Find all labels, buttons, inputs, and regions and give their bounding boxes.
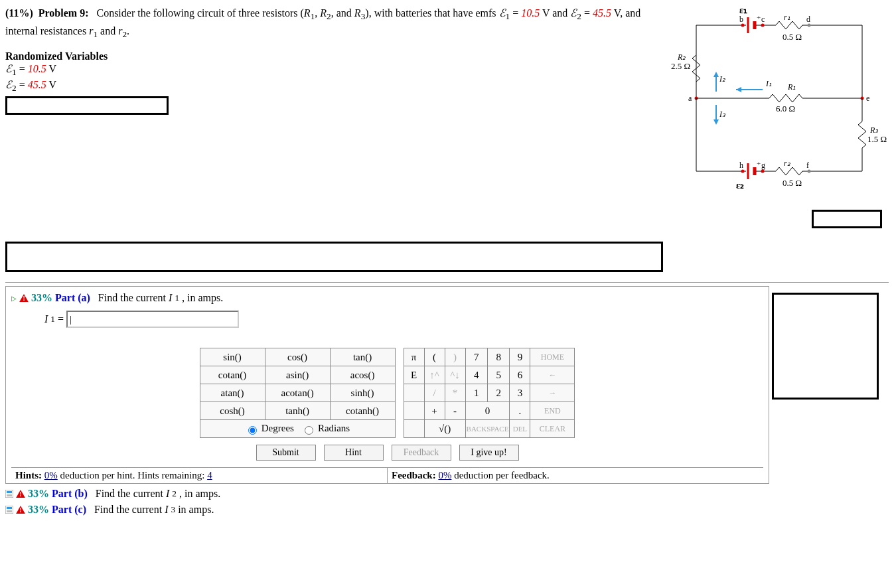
calc-sinh[interactable]: sinh() (330, 384, 395, 402)
calc-div[interactable]: / (424, 384, 445, 402)
calc-atan[interactable]: atan() (200, 384, 265, 402)
svg-text:h: h (739, 161, 743, 170)
calc-lparen[interactable]: ( (424, 348, 445, 366)
collapse-icon (5, 506, 13, 514)
calc-tan[interactable]: tan() (330, 348, 395, 366)
svg-text:!: ! (19, 507, 21, 514)
calc-mul[interactable]: * (445, 384, 465, 402)
svg-text:!: ! (23, 295, 25, 302)
svg-rect-60 (7, 494, 12, 496)
calc-3[interactable]: 3 (510, 384, 530, 402)
mode-radians[interactable]: Radians (301, 423, 350, 433)
expand-icon[interactable]: ▷ (11, 295, 17, 302)
svg-text:+: + (757, 159, 761, 167)
svg-text:R₃: R₃ (869, 125, 879, 135)
calc-sqrt[interactable]: √() (424, 420, 465, 438)
svg-text:f: f (806, 161, 809, 170)
calc-acos[interactable]: acos() (330, 366, 395, 384)
calc-pow-down[interactable]: ^↓ (445, 366, 465, 384)
svg-point-52 (761, 170, 765, 173)
warning-icon: ! (16, 490, 25, 498)
submit-button[interactable]: Submit (256, 445, 316, 461)
redacted-box-wide (5, 242, 663, 272)
hints-deduction-link[interactable]: 0% (44, 470, 58, 480)
calc-cotanh[interactable]: cotanh() (330, 402, 395, 420)
calc-cosh[interactable]: cosh() (200, 402, 265, 420)
feedback-info: Feedback: 0% deduction per feedback. (388, 468, 763, 483)
problem-percent: (11%) (5, 7, 33, 19)
hints-remaining-link[interactable]: 4 (207, 470, 212, 480)
feedback-button[interactable]: Feedback (392, 445, 451, 461)
svg-text:+: + (757, 13, 761, 21)
svg-text:R₁: R₁ (787, 82, 796, 92)
calc-plus[interactable]: + (424, 402, 445, 420)
hints-info: Hints: 0% deduction per hint. Hints rema… (11, 468, 388, 483)
calc-tanh[interactable]: tanh() (265, 402, 330, 420)
calc-clear[interactable]: CLEAR (530, 420, 575, 438)
svg-text:a: a (688, 94, 692, 103)
calc-end[interactable]: END (530, 402, 575, 420)
calc-dot[interactable]: . (510, 402, 530, 420)
calc-minus[interactable]: - (445, 402, 465, 420)
calc-right[interactable]: → (530, 384, 575, 402)
svg-marker-31 (713, 72, 719, 77)
calc-backspace[interactable]: BACKSPACE (465, 420, 510, 438)
svg-text:g: g (761, 161, 765, 170)
redacted-box (5, 96, 169, 115)
svg-text:!: ! (19, 491, 21, 498)
svg-rect-59 (7, 491, 12, 493)
answer-input[interactable] (66, 311, 239, 328)
redacted-box-side (772, 293, 879, 400)
svg-point-15 (808, 24, 811, 27)
hint-button[interactable]: Hint (324, 445, 384, 461)
svg-text:ε₁: ε₁ (739, 5, 747, 15)
calc-acotan[interactable]: acotan() (265, 384, 330, 402)
calc-e[interactable]: E (404, 366, 424, 384)
svg-point-50 (741, 170, 745, 173)
calc-2[interactable]: 2 (487, 384, 509, 402)
calc-9[interactable]: 9 (510, 348, 530, 366)
answer-row: I1 = (44, 311, 763, 328)
calc-asin[interactable]: asin() (265, 366, 330, 384)
calc-pi[interactable]: π (404, 348, 424, 366)
calc-8[interactable]: 8 (487, 348, 509, 366)
svg-text:r₁: r₁ (784, 13, 790, 22)
svg-point-54 (808, 170, 811, 173)
calc-cotan[interactable]: cotan() (200, 366, 265, 384)
calc-7[interactable]: 7 (465, 348, 487, 366)
svg-rect-64 (7, 507, 12, 509)
svg-text:6.0 Ω: 6.0 Ω (776, 104, 795, 113)
number-pad: π ( ) 7 8 9 HOME E ↑^ ^↓ 4 5 6 ← / * (404, 348, 575, 438)
svg-text:d: d (806, 15, 810, 24)
calc-cos[interactable]: cos() (265, 348, 330, 366)
giveup-button[interactable]: I give up! (459, 445, 519, 461)
part-b[interactable]: ! 33% Part (b) Find the current I2, in a… (5, 488, 889, 500)
warning-icon: ! (19, 294, 29, 302)
calc-rparen[interactable]: ) (445, 348, 465, 366)
mode-degrees[interactable]: Degrees (245, 423, 294, 433)
calc-blank2 (404, 402, 424, 420)
calc-home[interactable]: HOME (530, 348, 575, 366)
svg-text:R₂: R₂ (677, 52, 686, 62)
calc-4[interactable]: 4 (465, 366, 487, 384)
svg-text:I₃: I₃ (719, 110, 726, 119)
feedback-deduction-link[interactable]: 0% (438, 470, 451, 480)
circuit-diagram: ε₁ + r₁ 0.5 Ω b c d R₂ 2.5 Ω a R₁ 6.0 Ω … (670, 5, 889, 228)
calc-del[interactable]: DEL (510, 420, 530, 438)
calc-blank3 (404, 420, 424, 438)
calc-left[interactable]: ← (530, 366, 575, 384)
part-c[interactable]: ! 33% Part (c) Find the current I3 in am… (5, 504, 889, 516)
calc-1[interactable]: 1 (465, 384, 487, 402)
calc-0[interactable]: 0 (465, 402, 510, 420)
randomized-variables: Randomized Variables ℰ1 = 10.5 V ℰ2 = 45… (5, 50, 656, 114)
calc-sin[interactable]: sin() (200, 348, 265, 366)
svg-text:2.5 Ω: 2.5 Ω (671, 61, 690, 71)
svg-marker-34 (713, 119, 719, 125)
calc-5[interactable]: 5 (487, 366, 509, 384)
svg-text:b: b (739, 15, 743, 24)
svg-rect-63 (5, 506, 13, 514)
svg-text:0.5 Ω: 0.5 Ω (782, 32, 802, 42)
calc-blank1 (404, 384, 424, 402)
calc-pow-up[interactable]: ↑^ (424, 366, 445, 384)
calc-6[interactable]: 6 (510, 366, 530, 384)
